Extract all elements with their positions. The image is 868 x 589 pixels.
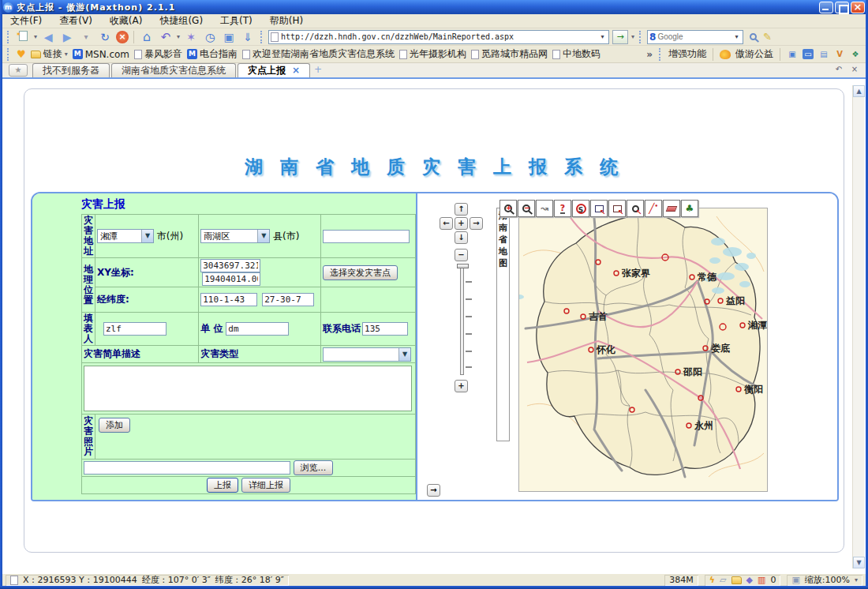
zoom-slider[interactable] bbox=[460, 264, 464, 375]
magic-wand-icon[interactable]: ✶ bbox=[183, 30, 199, 44]
map-deselect-rect-button[interactable]: ↖ bbox=[608, 200, 626, 217]
back-icon[interactable]: ◀ bbox=[40, 30, 56, 44]
tab-hunan-geo-system[interactable]: 湖南省地质灾害信息系统 bbox=[111, 63, 236, 77]
new-page-dropdown-icon[interactable]: ▾ bbox=[34, 33, 37, 40]
plugin-notes-icon[interactable]: ▤ bbox=[818, 49, 829, 59]
map-pan-button[interactable]: ↝ bbox=[536, 200, 553, 217]
windows-icon[interactable]: ▱ bbox=[720, 575, 726, 585]
download-icon[interactable]: ⇓ bbox=[240, 30, 256, 44]
x-coordinate-input[interactable] bbox=[200, 259, 260, 272]
pan-left-button[interactable]: ← bbox=[440, 217, 453, 230]
pick-disaster-point-button[interactable]: 选择突发灾害点 bbox=[323, 265, 398, 280]
map-full-extent-button[interactable]: ♣ bbox=[681, 200, 698, 217]
latitude-input[interactable] bbox=[262, 293, 314, 306]
url-dropdown-icon[interactable]: ▾ bbox=[598, 33, 607, 40]
close-button[interactable] bbox=[851, 2, 865, 13]
scroll-up-icon[interactable]: ▲ bbox=[853, 85, 865, 97]
close-tab-button[interactable]: × bbox=[848, 64, 861, 76]
refresh-icon[interactable]: ↻ bbox=[97, 30, 113, 44]
plugin-window-icon[interactable]: ▭ bbox=[803, 49, 814, 59]
home-icon[interactable]: ⌂ bbox=[139, 30, 155, 44]
zoom-segment[interactable]: ▣ 缩放:100% ▾ bbox=[787, 575, 862, 586]
vertical-scrollbar[interactable]: ▲ ▼ bbox=[852, 85, 864, 568]
menu-tools[interactable]: 工具(T) bbox=[220, 14, 253, 28]
url-input[interactable] bbox=[281, 32, 596, 41]
plugins-button[interactable]: 增强功能 bbox=[668, 47, 706, 61]
minimize-button[interactable] bbox=[819, 2, 833, 13]
undo-dropdown-icon[interactable]: ▾ bbox=[177, 33, 180, 40]
expand-panel-button[interactable]: → bbox=[427, 484, 440, 497]
history-clock-icon[interactable]: ◷ bbox=[202, 30, 218, 44]
menu-favorites[interactable]: 收藏(A) bbox=[110, 14, 143, 28]
search-icon[interactable] bbox=[750, 33, 757, 40]
map-select-circle-button[interactable]: ↖ bbox=[627, 200, 644, 217]
history-dropdown-icon[interactable]: ▾ bbox=[78, 30, 94, 44]
bookmark-milu[interactable]: 觅路城市精品网 bbox=[471, 47, 548, 61]
menu-file[interactable]: 文件(F) bbox=[10, 14, 42, 28]
photo-file-input[interactable] bbox=[84, 461, 290, 475]
search-box[interactable]: 8 ▾ bbox=[647, 30, 743, 44]
address-detail-input[interactable] bbox=[323, 230, 410, 243]
county-select[interactable]: 雨湖区▼ bbox=[200, 229, 270, 243]
y-coordinate-input[interactable] bbox=[202, 272, 260, 286]
city-select[interactable]: 湘潭▼ bbox=[97, 229, 154, 243]
bookmark-baofeng[interactable]: 暴风影音 bbox=[134, 47, 182, 61]
bookmark-msn[interactable]: MMSN.com bbox=[73, 49, 129, 60]
new-tab-button[interactable]: + bbox=[312, 64, 324, 77]
reporter-name-input[interactable] bbox=[103, 322, 166, 336]
charity-chicken-icon[interactable] bbox=[720, 50, 731, 59]
bookmarks-overflow-icon[interactable]: » bbox=[646, 49, 653, 60]
map-zoom-in-button[interactable]: + bbox=[499, 200, 517, 217]
hunan-map[interactable]: 张家界常德益阳吉首怀化娄底湘潭邵阳衡阳永州 bbox=[518, 208, 768, 492]
pan-up-button[interactable]: ↑ bbox=[455, 203, 468, 216]
pan-down-button[interactable]: ↓ bbox=[455, 231, 468, 244]
map-select-rect-button[interactable]: ↖ bbox=[590, 200, 608, 217]
tab-close-icon[interactable]: × bbox=[292, 64, 300, 77]
charity-button[interactable]: 傲游公益 bbox=[735, 47, 773, 61]
pan-right-button[interactable]: → bbox=[470, 217, 483, 230]
menu-help[interactable]: 帮助(H) bbox=[270, 14, 303, 28]
notes-icon[interactable]: ◆ bbox=[746, 575, 753, 585]
new-page-icon[interactable]: ✶ bbox=[15, 30, 31, 44]
bookmark-hunan-geo[interactable]: 欢迎登陆湖南省地质灾害信息系统 bbox=[242, 47, 395, 61]
menu-view[interactable]: 查看(V) bbox=[59, 14, 92, 28]
scroll-down-icon[interactable]: ▼ bbox=[853, 557, 865, 568]
phone-input[interactable] bbox=[362, 322, 408, 336]
address-bar[interactable]: ▾ bbox=[268, 30, 609, 44]
favorites-heart-icon[interactable]: ♥ bbox=[17, 48, 26, 60]
tab-server-not-found[interactable]: 找不到服务器 bbox=[32, 63, 110, 77]
favorites-star-icon[interactable]: ★ bbox=[9, 64, 28, 77]
map-pick-point-button[interactable]: ╱• bbox=[645, 200, 662, 217]
undo-closed-tab-button[interactable]: ↶ bbox=[832, 64, 845, 76]
bookmark-radio[interactable]: M电台指南 bbox=[187, 47, 238, 61]
folder-icon[interactable] bbox=[731, 576, 742, 584]
browse-button[interactable]: 浏览... bbox=[294, 460, 334, 475]
submit-button[interactable]: 上报 bbox=[207, 478, 238, 493]
bookmark-zhongdi[interactable]: 中地数码 bbox=[552, 47, 600, 61]
map-zoom-out-button[interactable]: − bbox=[518, 200, 535, 217]
undo-icon[interactable]: ↶ bbox=[158, 30, 174, 44]
tab-disaster-report[interactable]: 灾点上报× bbox=[238, 63, 310, 77]
menu-groups[interactable]: 快捷组(G) bbox=[159, 14, 203, 28]
detailed-report-button[interactable]: 详细上报 bbox=[241, 478, 290, 493]
zoom-slider-thumb[interactable] bbox=[457, 264, 469, 268]
boost-icon[interactable]: ϟ bbox=[709, 575, 715, 585]
longitude-input[interactable] bbox=[200, 293, 257, 306]
search-engine-icon[interactable]: 8 bbox=[649, 32, 656, 43]
go-button[interactable]: → bbox=[612, 30, 628, 44]
forward-icon[interactable]: ▶ bbox=[59, 30, 75, 44]
zoom-dropdown-icon[interactable]: ▾ bbox=[855, 576, 858, 583]
map-clear-selection-button[interactable]: S bbox=[572, 200, 589, 217]
snapshot-icon[interactable]: ▣ bbox=[221, 30, 237, 44]
bookmark-links-folder[interactable]: 链接▾ bbox=[31, 47, 68, 61]
stop-icon[interactable]: × bbox=[116, 31, 129, 43]
plugin-misc-icon[interactable]: ❖ bbox=[850, 49, 861, 59]
search-input[interactable] bbox=[657, 32, 731, 41]
unit-input[interactable] bbox=[226, 322, 289, 336]
go-dropdown-icon[interactable]: ▾ bbox=[631, 33, 634, 40]
highlight-icon[interactable]: ✎ bbox=[763, 31, 772, 43]
add-photo-button[interactable]: 添加 bbox=[99, 418, 130, 433]
pan-center-button[interactable]: + bbox=[455, 217, 468, 230]
search-dropdown-icon[interactable]: ▾ bbox=[732, 33, 741, 40]
map-measure-button[interactable]: ? bbox=[554, 200, 571, 217]
